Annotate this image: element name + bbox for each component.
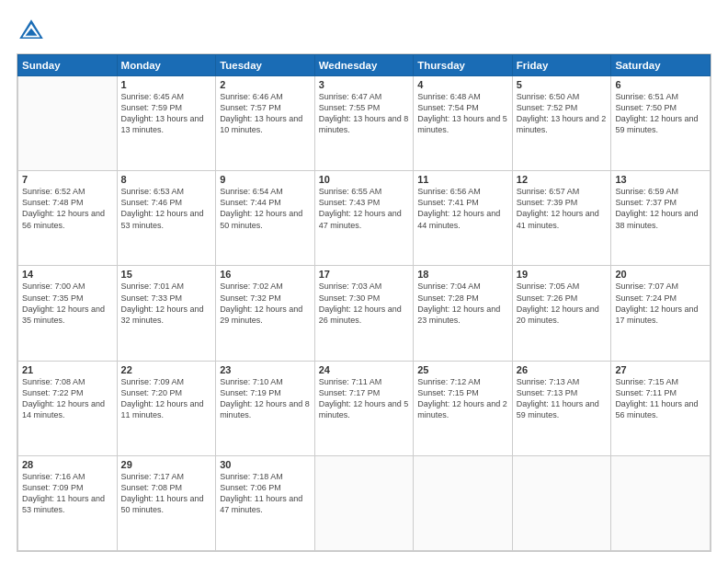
day-info: Sunrise: 6:59 AMSunset: 7:37 PMDaylight:… — [615, 186, 706, 231]
day-number: 29 — [121, 459, 212, 470]
day-number: 11 — [417, 174, 508, 185]
week-row-1: 7Sunrise: 6:52 AMSunset: 7:48 PMDaylight… — [18, 171, 711, 266]
day-cell: 15Sunrise: 7:01 AMSunset: 7:33 PMDayligh… — [117, 266, 216, 361]
day-number: 23 — [220, 364, 311, 375]
day-info: Sunrise: 6:45 AMSunset: 7:59 PMDaylight:… — [121, 91, 212, 136]
day-cell: 17Sunrise: 7:03 AMSunset: 7:30 PMDayligh… — [314, 266, 414, 361]
day-cell: 12Sunrise: 6:57 AMSunset: 7:39 PMDayligh… — [512, 171, 611, 266]
day-cell: 22Sunrise: 7:09 AMSunset: 7:20 PMDayligh… — [117, 361, 216, 455]
day-number: 9 — [220, 174, 311, 185]
header-day-friday: Friday — [512, 55, 611, 76]
day-cell: 30Sunrise: 7:18 AMSunset: 7:06 PMDayligh… — [216, 455, 315, 550]
day-cell: 25Sunrise: 7:12 AMSunset: 7:15 PMDayligh… — [414, 361, 513, 455]
day-number: 5 — [517, 79, 608, 90]
day-info: Sunrise: 6:47 AMSunset: 7:55 PMDaylight:… — [319, 91, 410, 136]
day-cell: 10Sunrise: 6:55 AMSunset: 7:43 PMDayligh… — [314, 171, 414, 266]
day-cell: 1Sunrise: 6:45 AMSunset: 7:59 PMDaylight… — [117, 76, 216, 171]
calendar: SundayMondayTuesdayWednesdayThursdayFrid… — [17, 53, 711, 552]
day-number: 14 — [22, 269, 113, 280]
week-row-3: 21Sunrise: 7:08 AMSunset: 7:22 PMDayligh… — [18, 361, 711, 455]
day-cell: 11Sunrise: 6:56 AMSunset: 7:41 PMDayligh… — [414, 171, 513, 266]
day-info: Sunrise: 7:07 AMSunset: 7:24 PMDaylight:… — [615, 281, 706, 326]
day-info: Sunrise: 7:01 AMSunset: 7:33 PMDaylight:… — [121, 281, 212, 326]
day-cell: 8Sunrise: 6:53 AMSunset: 7:46 PMDaylight… — [117, 171, 216, 266]
day-number: 30 — [220, 459, 311, 470]
day-number: 22 — [121, 364, 212, 375]
day-number: 10 — [319, 174, 410, 185]
header-day-monday: Monday — [117, 55, 216, 76]
logo — [17, 17, 50, 46]
day-info: Sunrise: 7:04 AMSunset: 7:28 PMDaylight:… — [417, 281, 508, 326]
day-cell: 20Sunrise: 7:07 AMSunset: 7:24 PMDayligh… — [611, 266, 711, 361]
day-cell: 24Sunrise: 7:11 AMSunset: 7:17 PMDayligh… — [314, 361, 414, 455]
header-day-sunday: Sunday — [18, 55, 118, 76]
week-row-0: 1Sunrise: 6:45 AMSunset: 7:59 PMDaylight… — [18, 76, 711, 171]
calendar-body: 1Sunrise: 6:45 AMSunset: 7:59 PMDaylight… — [18, 76, 711, 551]
day-cell: 7Sunrise: 6:52 AMSunset: 7:48 PMDaylight… — [18, 171, 118, 266]
day-cell: 16Sunrise: 7:02 AMSunset: 7:32 PMDayligh… — [216, 266, 315, 361]
day-number: 13 — [615, 174, 706, 185]
day-info: Sunrise: 6:48 AMSunset: 7:54 PMDaylight:… — [417, 91, 508, 136]
day-cell: 29Sunrise: 7:17 AMSunset: 7:08 PMDayligh… — [117, 455, 216, 550]
day-info: Sunrise: 7:17 AMSunset: 7:08 PMDaylight:… — [121, 471, 212, 516]
day-info: Sunrise: 6:46 AMSunset: 7:57 PMDaylight:… — [220, 91, 311, 136]
day-number: 16 — [220, 269, 311, 280]
day-cell: 9Sunrise: 6:54 AMSunset: 7:44 PMDaylight… — [216, 171, 315, 266]
day-cell: 21Sunrise: 7:08 AMSunset: 7:22 PMDayligh… — [18, 361, 118, 455]
day-number: 2 — [220, 79, 311, 90]
header-day-thursday: Thursday — [414, 55, 513, 76]
day-number: 17 — [319, 269, 410, 280]
day-cell — [512, 455, 611, 550]
header — [17, 17, 711, 46]
day-cell — [611, 455, 711, 550]
day-number: 4 — [417, 79, 508, 90]
day-cell: 28Sunrise: 7:16 AMSunset: 7:09 PMDayligh… — [18, 455, 118, 550]
day-info: Sunrise: 6:55 AMSunset: 7:43 PMDaylight:… — [319, 186, 410, 231]
day-cell: 27Sunrise: 7:15 AMSunset: 7:11 PMDayligh… — [611, 361, 711, 455]
day-cell: 14Sunrise: 7:00 AMSunset: 7:35 PMDayligh… — [18, 266, 118, 361]
day-info: Sunrise: 6:56 AMSunset: 7:41 PMDaylight:… — [417, 186, 508, 231]
day-number: 1 — [121, 79, 212, 90]
day-number: 8 — [121, 174, 212, 185]
day-number: 25 — [417, 364, 508, 375]
day-cell — [414, 455, 513, 550]
day-number: 26 — [517, 364, 608, 375]
day-info: Sunrise: 7:13 AMSunset: 7:13 PMDaylight:… — [517, 376, 608, 421]
calendar-table: SundayMondayTuesdayWednesdayThursdayFrid… — [17, 54, 711, 551]
header-day-wednesday: Wednesday — [314, 55, 414, 76]
day-number: 3 — [319, 79, 410, 90]
day-number: 28 — [22, 459, 113, 470]
day-cell: 23Sunrise: 7:10 AMSunset: 7:19 PMDayligh… — [216, 361, 315, 455]
day-info: Sunrise: 6:51 AMSunset: 7:50 PMDaylight:… — [615, 91, 706, 136]
header-row: SundayMondayTuesdayWednesdayThursdayFrid… — [18, 55, 711, 76]
day-cell: 6Sunrise: 6:51 AMSunset: 7:50 PMDaylight… — [611, 76, 711, 171]
day-number: 6 — [615, 79, 706, 90]
day-info: Sunrise: 6:50 AMSunset: 7:52 PMDaylight:… — [517, 91, 608, 136]
day-cell — [18, 76, 118, 171]
day-info: Sunrise: 7:03 AMSunset: 7:30 PMDaylight:… — [319, 281, 410, 326]
day-number: 20 — [615, 269, 706, 280]
day-info: Sunrise: 7:18 AMSunset: 7:06 PMDaylight:… — [220, 471, 311, 516]
day-info: Sunrise: 7:08 AMSunset: 7:22 PMDaylight:… — [22, 376, 113, 421]
day-cell: 26Sunrise: 7:13 AMSunset: 7:13 PMDayligh… — [512, 361, 611, 455]
day-number: 21 — [22, 364, 113, 375]
day-info: Sunrise: 7:16 AMSunset: 7:09 PMDaylight:… — [22, 471, 113, 516]
week-row-2: 14Sunrise: 7:00 AMSunset: 7:35 PMDayligh… — [18, 266, 711, 361]
day-info: Sunrise: 7:12 AMSunset: 7:15 PMDaylight:… — [417, 376, 508, 421]
day-info: Sunrise: 6:54 AMSunset: 7:44 PMDaylight:… — [220, 186, 311, 231]
calendar-header: SundayMondayTuesdayWednesdayThursdayFrid… — [18, 55, 711, 76]
day-number: 24 — [319, 364, 410, 375]
day-info: Sunrise: 7:00 AMSunset: 7:35 PMDaylight:… — [22, 281, 113, 326]
day-cell — [314, 455, 414, 550]
day-cell: 4Sunrise: 6:48 AMSunset: 7:54 PMDaylight… — [414, 76, 513, 171]
page: SundayMondayTuesdayWednesdayThursdayFrid… — [0, 0, 728, 563]
day-number: 18 — [417, 269, 508, 280]
day-info: Sunrise: 7:05 AMSunset: 7:26 PMDaylight:… — [517, 281, 608, 326]
day-cell: 19Sunrise: 7:05 AMSunset: 7:26 PMDayligh… — [512, 266, 611, 361]
day-info: Sunrise: 6:52 AMSunset: 7:48 PMDaylight:… — [22, 186, 113, 231]
day-info: Sunrise: 7:11 AMSunset: 7:17 PMDaylight:… — [319, 376, 410, 421]
header-day-tuesday: Tuesday — [216, 55, 315, 76]
week-row-4: 28Sunrise: 7:16 AMSunset: 7:09 PMDayligh… — [18, 455, 711, 550]
day-cell: 18Sunrise: 7:04 AMSunset: 7:28 PMDayligh… — [414, 266, 513, 361]
day-info: Sunrise: 6:53 AMSunset: 7:46 PMDaylight:… — [121, 186, 212, 231]
